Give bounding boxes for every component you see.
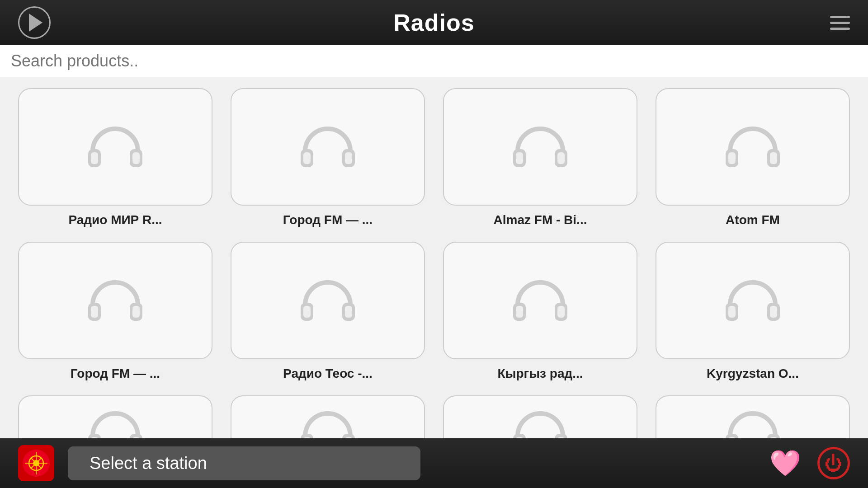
station-icon-box <box>443 88 637 206</box>
main-content: Радио МИР R... Город FM — ... <box>0 77 868 438</box>
headphones-icon <box>509 273 572 328</box>
svg-rect-26 <box>516 306 523 318</box>
station-card[interactable] <box>18 395 212 438</box>
headphones-icon <box>84 273 147 328</box>
station-icon-box <box>18 88 212 206</box>
svg-rect-22 <box>303 306 311 318</box>
headphones-icon <box>84 120 147 174</box>
svg-rect-3 <box>132 152 140 164</box>
svg-rect-7 <box>345 152 352 164</box>
svg-rect-31 <box>770 306 777 318</box>
station-card[interactable]: Atom FM <box>656 88 850 227</box>
station-icon-box <box>656 242 850 359</box>
hamburger-line-1 <box>830 16 850 18</box>
station-icon-box <box>656 395 850 438</box>
headphones-icon <box>509 404 572 438</box>
station-name: Kyrgyzstan O... <box>707 366 799 381</box>
search-input[interactable] <box>11 52 857 70</box>
station-card[interactable] <box>443 395 637 438</box>
svg-rect-10 <box>516 152 523 164</box>
station-card[interactable] <box>231 395 425 438</box>
stations-grid: Радио МИР R... Город FM — ... <box>18 88 850 438</box>
station-icon-box <box>231 242 425 359</box>
station-card[interactable]: Радио Теос -... <box>231 242 425 381</box>
search-bar <box>0 45 868 77</box>
station-name: Радио Теос -... <box>283 366 373 381</box>
station-icon-box <box>231 88 425 206</box>
station-card[interactable]: Город FM — ... <box>231 88 425 227</box>
kyrgyzstan-flag-icon <box>23 450 50 477</box>
station-card[interactable]: Радио МИР R... <box>18 88 212 227</box>
power-button[interactable]: ⏻ <box>817 447 850 479</box>
station-icon-box <box>443 395 637 438</box>
station-card[interactable]: Город FM — ... <box>18 242 212 381</box>
bottom-bar: Select a station 🩷 ⏻ <box>0 438 868 488</box>
hamburger-line-2 <box>830 22 850 24</box>
play-icon <box>29 14 42 32</box>
station-name: Радио МИР R... <box>68 213 162 227</box>
svg-rect-18 <box>91 306 98 318</box>
station-icon-box <box>18 242 212 359</box>
hamburger-line-3 <box>830 28 850 30</box>
power-icon: ⏻ <box>825 454 843 472</box>
headphones-icon <box>721 273 784 328</box>
station-icon-box <box>656 88 850 206</box>
headphones-icon <box>509 120 572 174</box>
headphones-icon <box>721 120 784 174</box>
station-name: Atom FM <box>726 213 780 227</box>
svg-rect-30 <box>728 306 736 318</box>
svg-rect-23 <box>345 306 352 318</box>
station-name: Город FM — ... <box>283 213 373 227</box>
header: Radios <box>0 0 868 45</box>
headphones-icon <box>296 273 359 328</box>
hamburger-menu-button[interactable] <box>830 16 850 30</box>
station-icon-box <box>18 395 212 438</box>
station-name: Кыргыз рад... <box>497 366 583 381</box>
svg-rect-19 <box>132 306 140 318</box>
svg-rect-27 <box>557 306 565 318</box>
station-name: Город FM — ... <box>71 366 160 381</box>
svg-rect-6 <box>303 152 311 164</box>
svg-rect-2 <box>91 152 98 164</box>
station-icon-box <box>231 395 425 438</box>
station-card[interactable]: Almaz FM - Bi... <box>443 88 637 227</box>
page-title: Radios <box>393 9 474 36</box>
station-card[interactable] <box>656 395 850 438</box>
play-button[interactable] <box>18 6 51 39</box>
svg-rect-15 <box>770 152 777 164</box>
bottom-right-icons: 🩷 ⏻ <box>769 447 850 479</box>
select-station-label: Select a station <box>68 446 420 480</box>
station-icon-box <box>443 242 637 359</box>
headphones-icon <box>296 120 359 174</box>
svg-rect-11 <box>557 152 565 164</box>
svg-rect-14 <box>728 152 736 164</box>
flag-button[interactable] <box>18 445 54 481</box>
station-card[interactable]: Кыргыз рад... <box>443 242 637 381</box>
headphones-icon <box>296 404 359 438</box>
favorites-heart-icon[interactable]: 🩷 <box>769 448 801 478</box>
headphones-icon <box>84 404 147 438</box>
station-name: Almaz FM - Bi... <box>494 213 587 227</box>
station-card[interactable]: Kyrgyzstan O... <box>656 242 850 381</box>
headphones-icon <box>721 404 784 438</box>
